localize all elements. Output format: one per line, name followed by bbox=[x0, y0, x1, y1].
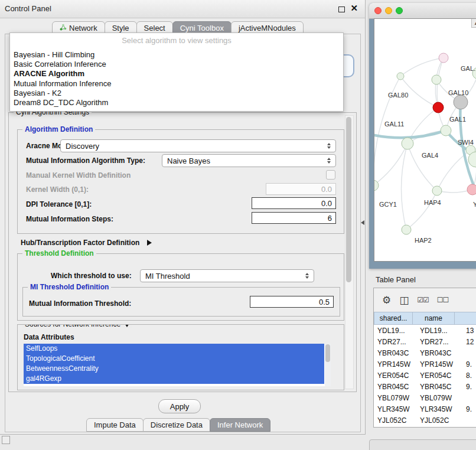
bottom-tab-impute-data[interactable]: Impute Data bbox=[86, 418, 144, 432]
network-node[interactable] bbox=[454, 95, 468, 109]
sources-title-text: Sources for Network Inference bbox=[25, 324, 120, 328]
mi-threshold-field[interactable]: 0.5 bbox=[250, 296, 334, 308]
network-node[interactable] bbox=[402, 138, 413, 149]
attribute-item[interactable]: BetweennessCentrality bbox=[24, 364, 324, 374]
zoom-traffic-light[interactable] bbox=[396, 7, 403, 14]
network-node[interactable] bbox=[432, 75, 441, 84]
settings-gear-icon[interactable]: ⚙ bbox=[382, 295, 391, 305]
expander-expanded-icon[interactable] bbox=[124, 324, 130, 327]
node-label: GAL10 bbox=[448, 89, 468, 96]
table-row[interactable]: YDL19...YDL19...13 bbox=[374, 325, 476, 336]
table-row[interactable]: YJL052CYJL052C bbox=[374, 415, 476, 426]
network-edge bbox=[374, 144, 407, 185]
algorithm-option[interactable]: ARACNE Algorithm bbox=[12, 69, 343, 79]
data-attributes-label: Data Attributes bbox=[24, 333, 74, 341]
table-row[interactable]: YBL079WYBL079W bbox=[374, 392, 476, 403]
select-all-columns-icon[interactable]: ☑☑ bbox=[417, 296, 429, 304]
expander-collapsed-icon[interactable] bbox=[147, 240, 152, 246]
table-row[interactable]: YLR345WYLR345W9. bbox=[374, 403, 476, 415]
algorithm-option[interactable]: Mutual Information Inference bbox=[12, 79, 343, 89]
close-icon[interactable]: ✕ bbox=[350, 3, 358, 14]
attribute-item[interactable]: SelfLoops bbox=[24, 344, 324, 354]
table-row[interactable]: YDR27...YDR27...12 bbox=[374, 336, 476, 347]
table-cell: 12 bbox=[462, 338, 476, 346]
column-header-extra[interactable] bbox=[454, 312, 476, 325]
dpi-tolerance-value: 0.0 bbox=[321, 199, 332, 208]
tab-label: Impute Data bbox=[94, 420, 136, 429]
algorithm-option[interactable]: Basic Correlation Inference bbox=[12, 60, 343, 69]
network-canvas[interactable]: GAL80GAL...GAL10GAL11GAL1SWI4GAL4GCY1HAP… bbox=[374, 18, 476, 262]
attributes-scrollbar-thumb[interactable] bbox=[325, 344, 330, 362]
node-label: GAL80 bbox=[388, 92, 408, 99]
table-cell: YBL079W bbox=[374, 394, 416, 402]
hub-definition-expander[interactable]: Hub/Transcription Factor Definition bbox=[21, 237, 152, 247]
manual-kernel-checkbox[interactable] bbox=[326, 170, 335, 180]
table-row[interactable]: YBR045CYBR045C9. bbox=[374, 381, 476, 392]
algorithm-dropdown-list: Bayesian - Hill ClimbingBasic Correlatio… bbox=[10, 50, 343, 111]
kernel-width-field[interactable]: 0.0 bbox=[266, 183, 336, 195]
bottom-tab-infer-network[interactable]: Infer Network bbox=[210, 418, 270, 432]
table-row[interactable]: YPR145WYPR145W9. bbox=[374, 358, 476, 370]
mi-threshold-value: 0.5 bbox=[319, 298, 330, 306]
table-cell: YDR27... bbox=[374, 338, 416, 346]
algorithm-option[interactable]: Bayesian - K2 bbox=[12, 89, 343, 98]
table-cell: 9. bbox=[462, 360, 476, 369]
mi-type-select[interactable]: Naive Bayes bbox=[162, 154, 336, 167]
column-header-name[interactable]: name bbox=[412, 312, 455, 325]
algorithm-option[interactable]: Bayesian - Hill Climbing bbox=[12, 50, 343, 60]
scroll-up-icon[interactable]: ▲ bbox=[471, 19, 476, 28]
threshold-definition-group: Threshold Definition Which threshold to … bbox=[17, 253, 344, 321]
table-panel-window: ⚙◫☑☑☐☐ shared...name YDL19...YDL19...13Y… bbox=[373, 288, 476, 428]
table-cell: YBL079W bbox=[416, 394, 462, 402]
table-cell: YER054C bbox=[416, 371, 462, 380]
mi-threshold-label: Mutual Information Threshold: bbox=[29, 299, 131, 308]
aracne-mode-select[interactable]: Discovery bbox=[60, 139, 336, 152]
table-cell: 9. bbox=[462, 405, 476, 413]
table-cell: YDL19... bbox=[416, 327, 462, 335]
table-row[interactable]: YER054CYER054C8. bbox=[374, 370, 476, 381]
network-node[interactable] bbox=[433, 102, 444, 113]
corner-grip[interactable] bbox=[2, 436, 10, 444]
apply-button[interactable]: Apply bbox=[158, 399, 201, 413]
table-row[interactable]: YBR043CYBR043C bbox=[374, 347, 476, 358]
splitter-collapse-icon[interactable] bbox=[361, 220, 364, 225]
attribute-item[interactable]: TopologicalCoefficient bbox=[24, 354, 324, 364]
mi-threshold-title: MI Threshold Definition bbox=[28, 283, 111, 291]
network-node[interactable] bbox=[439, 53, 448, 63]
data-attributes-list: SelfLoopsTopologicalCoefficientBetweenne… bbox=[24, 344, 331, 386]
deselect-all-columns-icon[interactable]: ☐☐ bbox=[437, 296, 449, 304]
mi-type-label: Mutual Information Algorithm Type: bbox=[26, 156, 145, 165]
cyni-algorithm-settings-group: Cyni Algorithm Settings Algorithm Defini… bbox=[8, 112, 357, 392]
minimize-traffic-light[interactable] bbox=[385, 7, 392, 14]
network-node[interactable] bbox=[397, 73, 404, 80]
attributes-scrollbar-track[interactable] bbox=[325, 344, 331, 386]
attribute-item[interactable]: gal4RGexp bbox=[24, 374, 324, 384]
float-window-icon[interactable] bbox=[338, 6, 345, 12]
tab-label: Style bbox=[112, 24, 129, 32]
settings-scrollbar-thumb[interactable] bbox=[346, 117, 351, 282]
algorithm-option[interactable]: Dream8 DC_TDC Algorithm bbox=[12, 98, 343, 107]
sources-group-title[interactable]: Sources for Network Inference bbox=[22, 324, 132, 328]
dropdown-placeholder: Select algorithm to view settings bbox=[10, 33, 343, 50]
mi-steps-field[interactable]: 6 bbox=[252, 212, 336, 224]
network-node[interactable] bbox=[432, 186, 442, 195]
hub-definition-label: Hub/Transcription Factor Definition bbox=[21, 239, 139, 247]
mi-steps-value: 6 bbox=[328, 214, 332, 223]
network-node[interactable] bbox=[441, 125, 451, 136]
algorithm-dropdown-popup: Select algorithm to view settings Bayesi… bbox=[9, 32, 344, 112]
network-node[interactable] bbox=[467, 184, 476, 195]
column-layout-icon[interactable]: ◫ bbox=[399, 295, 409, 305]
close-traffic-light[interactable] bbox=[374, 7, 382, 14]
column-header-shared-[interactable]: shared... bbox=[374, 312, 413, 325]
dpi-tolerance-field[interactable]: 0.0 bbox=[252, 197, 336, 209]
bottom-tab-discretize-data[interactable]: Discretize Data bbox=[143, 418, 210, 432]
network-edge bbox=[407, 144, 437, 191]
panel-title: Control Panel bbox=[5, 4, 51, 13]
table-cell: 13 bbox=[462, 327, 476, 335]
table-cell: YDL19... bbox=[374, 327, 416, 335]
which-threshold-select[interactable]: MI Threshold bbox=[140, 269, 314, 282]
network-node[interactable] bbox=[402, 225, 411, 234]
settings-scrollbar-track[interactable] bbox=[345, 115, 354, 389]
table-cell: YPR145W bbox=[374, 360, 416, 369]
node-label: GAL11 bbox=[384, 120, 404, 128]
